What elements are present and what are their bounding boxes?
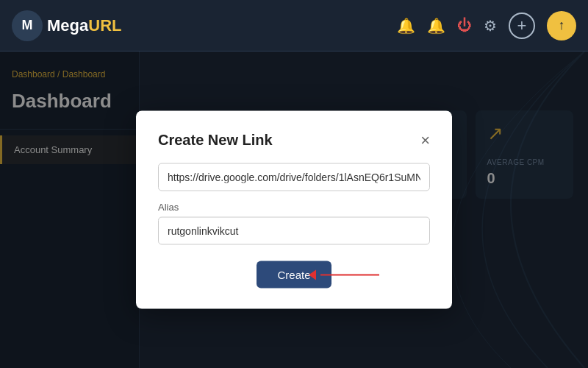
header: M MegaURL 🔔 🔔 ⏻ ⚙ + ↑: [0, 0, 588, 52]
alias-label: Alias: [158, 202, 430, 213]
settings-icon[interactable]: ⚙: [484, 17, 497, 35]
bell-icon[interactable]: 🔔: [397, 17, 415, 35]
logo: M MegaURL: [12, 10, 121, 41]
modal-header: Create New Link ×: [158, 132, 430, 149]
main-content: Dashboard / Dashboard Dashboard Account …: [0, 52, 588, 368]
power-icon[interactable]: ⏻: [457, 17, 472, 34]
notification-icon[interactable]: 🔔: [427, 17, 445, 35]
arrow-head: [309, 269, 316, 280]
arrow-line: [320, 274, 379, 275]
modal-actions: Create: [158, 261, 430, 289]
modal-title: Create New Link: [158, 132, 273, 149]
url-input[interactable]: [158, 163, 430, 191]
alias-input[interactable]: [158, 217, 430, 245]
modal-close-button[interactable]: ×: [420, 132, 430, 148]
logo-icon: M: [12, 10, 43, 41]
logo-letter: M: [22, 18, 33, 33]
header-icons: 🔔 🔔 ⏻ ⚙ + ↑: [397, 11, 576, 40]
add-button[interactable]: +: [509, 13, 535, 39]
create-link-modal: Create New Link × Alias Create: [136, 111, 452, 309]
upload-button[interactable]: ↑: [547, 11, 576, 40]
arrow-indicator: [310, 269, 379, 280]
logo-text: MegaURL: [47, 16, 121, 35]
